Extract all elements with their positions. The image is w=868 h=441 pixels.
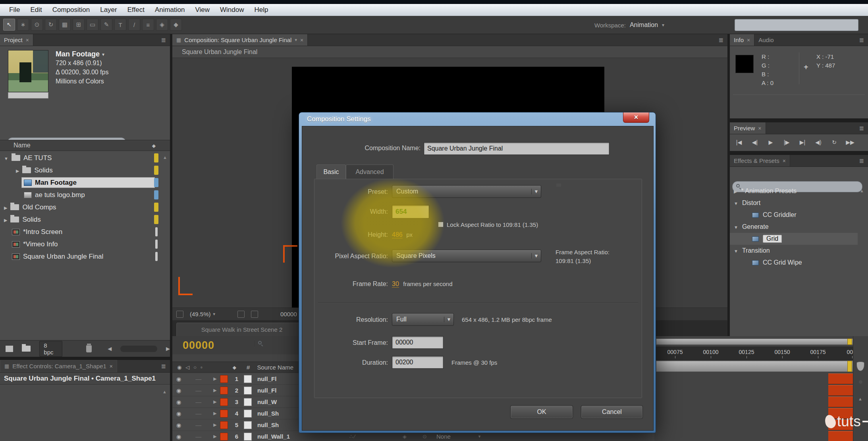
puppet-tool-icon[interactable]: [170, 19, 182, 31]
project-item-vimeo-info[interactable]: *Vimeo Info: [0, 238, 161, 250]
scroll-right-arrow[interactable]: ▶: [166, 346, 170, 352]
frame-rate-value[interactable]: 30: [392, 280, 399, 288]
close-icon[interactable]: ×: [26, 37, 29, 43]
layer-name[interactable]: null_Sh: [257, 410, 279, 417]
ok-button[interactable]: OK: [510, 405, 573, 419]
dialog-close-button[interactable]: [623, 112, 649, 123]
twirl-down-icon[interactable]: [734, 199, 738, 207]
twirl-right-icon[interactable]: [4, 216, 7, 224]
layer-name[interactable]: null_Fl: [257, 375, 276, 382]
label-color-chip[interactable]: [155, 227, 158, 236]
video-column-icon[interactable]: ◉: [177, 364, 181, 370]
hand-tool-icon[interactable]: [17, 19, 29, 31]
effects-item-grid[interactable]: Grid: [730, 233, 858, 245]
scroll-up-arrow[interactable]: [860, 187, 864, 194]
blend-mode-icons[interactable]: ∴ ∕: [349, 433, 355, 439]
last-frame-button[interactable]: [797, 139, 808, 145]
selection-tool-icon[interactable]: [3, 19, 15, 31]
height-value[interactable]: 486: [392, 231, 403, 238]
layer-corner-marker[interactable]: [178, 277, 193, 295]
tab-preview[interactable]: Preview ×: [730, 122, 766, 134]
project-item-man-footage[interactable]: Man Footage: [0, 176, 161, 189]
chevron-down-icon[interactable]: ▾: [102, 52, 104, 57]
always-preview-icon[interactable]: [176, 311, 183, 318]
work-area-end-handle[interactable]: [847, 361, 852, 372]
label-column-icon[interactable]: [233, 364, 236, 370]
rotation-tool-icon[interactable]: [45, 19, 57, 31]
interpret-footage-icon[interactable]: [6, 346, 13, 352]
work-area-end-handle[interactable]: [847, 338, 852, 345]
twirl-right-icon[interactable]: [16, 166, 19, 174]
work-area-bar-top[interactable]: [656, 338, 853, 345]
composition-name-field[interactable]: Square Urban Jungle Final: [424, 142, 610, 155]
tab-info[interactable]: Info ×: [730, 34, 754, 46]
region-of-interest-icon[interactable]: [251, 311, 258, 318]
effects-item-generate[interactable]: Generate: [730, 221, 858, 233]
name-column-header[interactable]: Name: [14, 142, 31, 149]
project-item-ae-tuts[interactable]: AE TUTS: [0, 152, 161, 164]
layer-color-chip[interactable]: [220, 387, 228, 395]
twirl-right-icon[interactable]: ▶: [213, 411, 216, 416]
current-time-field[interactable]: 00000: [183, 339, 214, 352]
menu-help[interactable]: Help: [249, 6, 274, 14]
close-icon[interactable]: ×: [110, 363, 113, 369]
layer-color-chip[interactable]: [220, 410, 228, 418]
project-item-solids-2[interactable]: Solids: [0, 213, 161, 226]
label-color-chip[interactable]: [154, 190, 158, 199]
twirl-right-icon[interactable]: ▶: [213, 422, 216, 427]
label-color-chip[interactable]: [154, 215, 158, 224]
timeline-search-input[interactable]: [254, 340, 255, 347]
mask-shape-tool-icon[interactable]: [87, 19, 98, 31]
tab-audio[interactable]: Audio: [754, 34, 777, 46]
twirl-down-icon[interactable]: [734, 247, 738, 254]
duration-field[interactable]: 00200: [392, 356, 444, 369]
eye-icon[interactable]: [176, 433, 181, 440]
scroll-up-arrow[interactable]: [163, 153, 167, 161]
scroll-up-arrow[interactable]: [858, 395, 862, 402]
panel-menu-icon[interactable]: ≣: [855, 155, 868, 166]
footage-title[interactable]: Man Footage: [56, 50, 100, 58]
scroll-up-arrow[interactable]: [162, 388, 167, 395]
close-icon[interactable]: ×: [747, 37, 750, 43]
label-color-chip[interactable]: [154, 178, 158, 187]
number-column-header[interactable]: #: [247, 364, 250, 371]
layer-name[interactable]: null_W: [257, 398, 277, 405]
effects-item-cc-grid-wipe[interactable]: CC Grid Wipe: [730, 257, 858, 269]
lock-aspect-ratio-checkbox[interactable]: [438, 222, 444, 227]
chevron-down-icon[interactable]: ▾: [213, 311, 216, 317]
eye-icon[interactable]: [176, 410, 181, 417]
project-item-solids-1[interactable]: Solids: [0, 164, 161, 176]
menu-animation[interactable]: Animation: [150, 6, 190, 14]
twirl-right-icon[interactable]: ▶: [213, 388, 216, 393]
menu-window[interactable]: Window: [215, 6, 249, 14]
close-icon[interactable]: ×: [758, 125, 761, 132]
panel-menu-icon[interactable]: ≣: [855, 122, 868, 134]
label-color-chip[interactable]: [154, 203, 158, 212]
label-color-chip[interactable]: [154, 153, 158, 162]
menu-effect[interactable]: Effect: [122, 6, 150, 14]
tab-effect-controls[interactable]: ▦ Effect Controls: Camera_1_Shape1 ×: [0, 360, 117, 372]
first-frame-button[interactable]: [733, 139, 745, 145]
effects-item-distort[interactable]: Distort: [730, 197, 858, 209]
twirl-right-icon[interactable]: ▶: [213, 434, 216, 439]
clone-stamp-tool-icon[interactable]: [142, 19, 154, 31]
layer-name[interactable]: null_Wall_1: [257, 433, 290, 440]
eye-icon[interactable]: [176, 387, 181, 394]
workspace-selector[interactable]: Workspace: Animation ▾: [594, 16, 664, 34]
magnification-control[interactable]: (49.5%) ▾: [190, 311, 215, 317]
preset-dropdown[interactable]: Custom ▼: [392, 185, 541, 198]
menu-edit[interactable]: Edit: [25, 6, 47, 14]
twirl-down-icon[interactable]: [4, 154, 8, 162]
ram-preview-button[interactable]: [844, 139, 856, 145]
layer-color-chip[interactable]: [220, 421, 228, 429]
scroll-left-arrow[interactable]: ◀: [108, 346, 112, 352]
twirl-right-icon[interactable]: ▶: [213, 399, 216, 404]
label-color-chip[interactable]: [154, 166, 158, 175]
previous-frame-button[interactable]: [749, 139, 761, 145]
layer-color-chip[interactable]: [220, 433, 228, 441]
menu-layer[interactable]: Layer: [95, 6, 122, 14]
twirl-down-icon[interactable]: [734, 223, 738, 230]
tab-basic[interactable]: Basic: [316, 164, 346, 179]
resolution-dropdown[interactable]: Full ▼: [392, 313, 454, 326]
tab-effects-presets[interactable]: Effects & Presets ×: [730, 155, 790, 166]
